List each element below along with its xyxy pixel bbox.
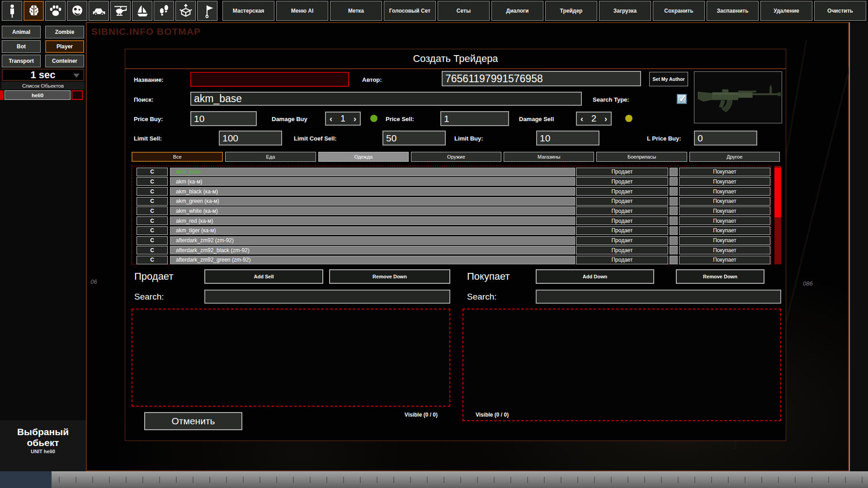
toolbar-button-trader[interactable]: Трейдер bbox=[545, 1, 597, 21]
toolbar-button-sets[interactable]: Сеты bbox=[438, 1, 490, 21]
config-button[interactable]: C bbox=[137, 206, 168, 215]
sell-toggle-button[interactable]: Продает bbox=[576, 187, 668, 196]
item-name[interactable]: akm_black (ка-м) bbox=[170, 187, 575, 196]
sell-toggle-button[interactable]: Продает bbox=[576, 216, 668, 225]
item-name[interactable]: akm_tiger (ка-м) bbox=[170, 226, 575, 235]
stepper-prev-icon[interactable]: ‹ bbox=[580, 115, 583, 123]
set-my-author-button[interactable]: Set My Author bbox=[649, 72, 688, 86]
tab-weapons[interactable]: Оружие bbox=[411, 152, 501, 162]
toolbar-button-workshop[interactable]: Мастерская bbox=[222, 1, 274, 21]
item-name[interactable]: afterdark_zm92_black (zm-92) bbox=[170, 246, 575, 254]
stepper-next-icon[interactable]: › bbox=[604, 115, 607, 123]
toolbar-button-ai-menu[interactable]: Меню AI bbox=[276, 1, 328, 21]
object-list-item[interactable]: heli0 bbox=[0, 90, 86, 100]
object-name[interactable]: heli0 bbox=[5, 90, 71, 100]
item-name[interactable]: akm (ка-м) bbox=[170, 177, 575, 186]
buy-toggle-button[interactable]: Покупает bbox=[679, 256, 770, 264]
sell-toggle-button[interactable]: Продает bbox=[576, 168, 668, 176]
remove-buy-button[interactable]: Remove Down bbox=[676, 269, 764, 284]
item-name[interactable]: akm_green (ка-м) bbox=[170, 197, 575, 206]
crate-tool-button[interactable] bbox=[175, 1, 196, 21]
sell-items-list[interactable] bbox=[132, 309, 450, 407]
animal-paw-tool-button[interactable] bbox=[45, 1, 66, 21]
price-buy-input[interactable] bbox=[190, 111, 257, 126]
l-price-buy-input[interactable] bbox=[694, 131, 757, 145]
config-button[interactable]: C bbox=[137, 216, 168, 225]
sell-toggle-button[interactable]: Продает bbox=[576, 197, 668, 206]
table-scrollbar[interactable] bbox=[774, 166, 781, 264]
object-checkbox[interactable] bbox=[71, 90, 83, 100]
price-sell-input[interactable] bbox=[440, 111, 509, 126]
item-name[interactable]: afterdark_zm92_green (zm-92) bbox=[170, 256, 575, 264]
tab-clothes[interactable]: Одежда bbox=[318, 152, 409, 162]
car-tool-button[interactable] bbox=[89, 1, 109, 21]
remove-sell-button[interactable]: Remove Down bbox=[329, 269, 450, 284]
limit-buy-input[interactable] bbox=[536, 131, 599, 145]
config-button[interactable]: C bbox=[137, 177, 168, 186]
sell-toggle-button[interactable]: Продает bbox=[576, 236, 668, 245]
buy-toggle-button[interactable]: Покупает bbox=[679, 177, 770, 186]
sell-search-input[interactable] bbox=[204, 290, 450, 304]
buy-items-list[interactable] bbox=[462, 309, 781, 421]
config-button[interactable]: C bbox=[137, 256, 168, 264]
flag-tool-button[interactable] bbox=[197, 1, 217, 21]
sidebar-category-player[interactable]: Player bbox=[45, 40, 84, 53]
item-name[interactable]: akm_red (ка-м) bbox=[170, 216, 575, 225]
tab-food[interactable]: Еда bbox=[225, 152, 316, 162]
buy-toggle-button[interactable]: Покупает bbox=[679, 206, 770, 215]
config-button[interactable]: C bbox=[137, 226, 168, 235]
limit-sell-input[interactable] bbox=[219, 131, 282, 145]
toolbar-button-delete[interactable]: Удаление bbox=[760, 1, 812, 21]
boat-tool-button[interactable] bbox=[132, 1, 152, 21]
buy-toggle-button[interactable]: Покупает bbox=[679, 226, 770, 235]
buy-toggle-button[interactable]: Покупает bbox=[679, 168, 770, 176]
toolbar-button-marker[interactable]: Метка bbox=[330, 1, 382, 21]
item-search-input[interactable] bbox=[190, 92, 582, 106]
author-input[interactable] bbox=[442, 71, 641, 86]
sell-toggle-button[interactable]: Продает bbox=[576, 246, 668, 254]
sell-toggle-button[interactable]: Продает bbox=[576, 256, 668, 264]
timer-dropdown[interactable]: 1 sec bbox=[2, 69, 84, 81]
buy-toggle-button[interactable]: Покупает bbox=[679, 216, 770, 225]
stepper-next-icon[interactable]: › bbox=[354, 115, 356, 123]
add-sell-button[interactable]: Add Sell bbox=[204, 269, 323, 284]
item-name[interactable]: akm_white (ка-м) bbox=[170, 206, 575, 215]
sidebar-category-bot[interactable]: Bot bbox=[2, 40, 41, 53]
stepper-prev-icon[interactable]: ‹ bbox=[330, 115, 332, 123]
cancel-button[interactable]: Отменить bbox=[144, 412, 242, 430]
buy-search-input[interactable] bbox=[536, 290, 781, 304]
toolbar-button-dialogs[interactable]: Диалоги bbox=[491, 1, 543, 21]
config-button[interactable]: C bbox=[137, 197, 168, 206]
buy-toggle-button[interactable]: Покупает bbox=[679, 236, 770, 245]
buy-toggle-button[interactable]: Покупает bbox=[679, 246, 770, 254]
config-button[interactable]: C bbox=[137, 187, 168, 196]
sidebar-category-transport[interactable]: Transport bbox=[2, 55, 41, 67]
ai-brain-tool-button[interactable] bbox=[24, 1, 44, 21]
toolbar-button-load[interactable]: Загрузка bbox=[599, 1, 651, 21]
sell-toggle-button[interactable]: Продает bbox=[576, 177, 668, 186]
limit-coef-sell-input[interactable] bbox=[382, 131, 446, 145]
toolbar-button-clear[interactable]: Очистить bbox=[814, 1, 866, 21]
toolbar-button-voice-set[interactable]: Голосовый Сет bbox=[384, 1, 436, 21]
config-button[interactable]: C bbox=[137, 168, 168, 176]
zombie-tool-button[interactable] bbox=[67, 1, 87, 21]
sidebar-category-animal[interactable]: Animal bbox=[2, 26, 41, 38]
tab-ammo[interactable]: Боеприпасы bbox=[596, 152, 687, 162]
item-name[interactable]: afterdark_zm92 (zm-92) bbox=[170, 236, 575, 245]
toolbar-button-save[interactable]: Сохранить bbox=[653, 1, 705, 21]
helicopter-tool-button[interactable] bbox=[110, 1, 131, 21]
toolbar-button-spawn[interactable]: Заспавнить bbox=[707, 1, 759, 21]
sidebar-category-zombie[interactable]: Zombie bbox=[45, 26, 84, 38]
buy-toggle-button[interactable]: Покупает bbox=[679, 187, 770, 196]
tab-other[interactable]: Другое bbox=[689, 152, 780, 162]
player-tool-button[interactable] bbox=[2, 1, 22, 21]
sell-toggle-button[interactable]: Продает bbox=[576, 206, 668, 215]
item-name[interactable]: akm_base bbox=[170, 168, 575, 176]
config-button[interactable]: C bbox=[137, 236, 168, 245]
add-buy-button[interactable]: Add Down bbox=[536, 269, 654, 284]
sidebar-category-container[interactable]: Conteiner bbox=[45, 55, 84, 67]
buy-toggle-button[interactable]: Покупает bbox=[679, 197, 770, 206]
trader-name-input[interactable] bbox=[190, 72, 349, 87]
sell-toggle-button[interactable]: Продает bbox=[576, 226, 668, 235]
config-button[interactable]: C bbox=[137, 246, 168, 254]
